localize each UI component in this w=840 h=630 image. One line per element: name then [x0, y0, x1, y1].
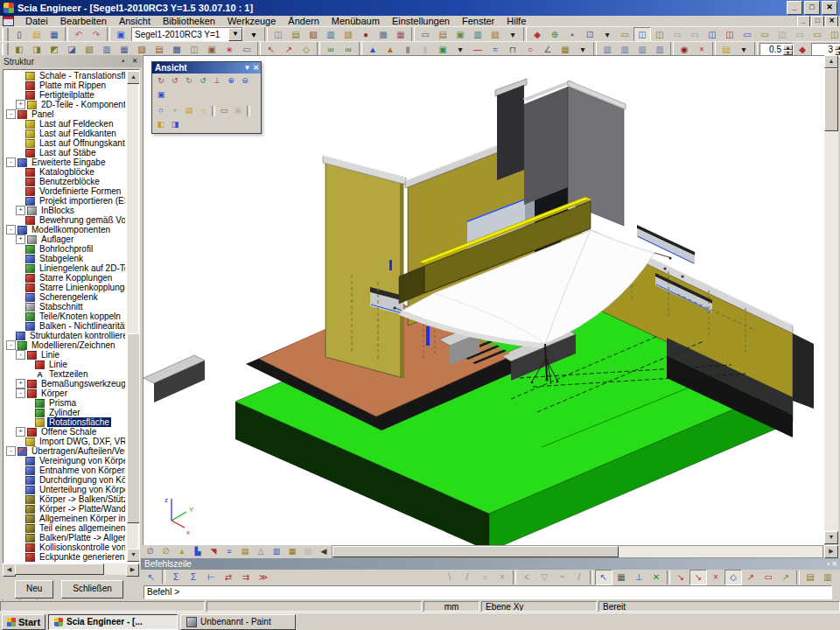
tree-item[interactable]: -Linie [4, 350, 125, 360]
tree-item[interactable]: Vordefinierte Formen [4, 186, 125, 196]
mdi-restore-button[interactable]: □ [811, 16, 824, 27]
tree-item[interactable]: +InBlocks [4, 206, 125, 215]
menu-einstellungen[interactable]: Einstellungen [386, 16, 456, 26]
track-2-icon[interactable]: ⇉ [237, 570, 255, 585]
snap-free-icon[interactable]: / [570, 570, 588, 585]
layout-8-icon[interactable]: ▭ [738, 27, 756, 43]
menu-ändern[interactable]: Ändern [282, 16, 325, 26]
tree-expander-icon[interactable]: - [6, 158, 16, 167]
project-manager-icon[interactable]: ▣ [112, 27, 130, 43]
window-view-2-icon[interactable]: ◨ [168, 118, 182, 132]
tree-item[interactable]: Linie [4, 360, 125, 369]
tree-item[interactable]: Platte mit Rippen [4, 80, 125, 90]
tree-expander-icon[interactable]: - [6, 446, 16, 456]
tree-item[interactable]: Teil eines allgemeinen Körp [4, 523, 125, 533]
tree-expander-icon[interactable]: - [16, 388, 25, 398]
layout-12-icon[interactable]: ▭ [808, 27, 826, 43]
zoom-all-icon[interactable]: ○ [154, 104, 168, 118]
tree-item[interactable]: Benutzerblöcke [4, 177, 125, 186]
tree-item[interactable]: Balken - Nichtlinearität [4, 321, 125, 331]
tree-item[interactable]: +2D-Teile - Komponenten [4, 100, 125, 109]
snap-line-icon[interactable]: \ [441, 570, 458, 585]
open-icon[interactable]: ▤ [28, 27, 46, 43]
taskbar-item-scia[interactable]: Scia Engineer - [... [48, 614, 178, 630]
tree-item[interactable]: Katalogblöcke [4, 167, 125, 177]
tree-item[interactable]: -Modellieren/Zeichnen [4, 340, 125, 350]
scroll-up-icon[interactable]: ▲ [127, 71, 140, 84]
mdi-minimize-button[interactable]: _ [797, 16, 810, 27]
toolbar-grip[interactable] [2, 43, 9, 56]
tree-item[interactable]: Last auf Feldkanten [4, 129, 125, 138]
tree-item[interactable]: Bewehrung gemäß Vorlage [4, 215, 125, 225]
esa-tool-3-icon[interactable]: ▧ [304, 27, 322, 43]
tree-item[interactable]: +Offene Schale [4, 427, 125, 437]
tree-item[interactable]: Körper -> Balken/Stütze [4, 494, 125, 504]
layout-4-icon[interactable]: ▭ [668, 27, 686, 43]
ansicht-toolbar[interactable]: Ansicht ▼ ✕ ↻↺↻↺⊥⊕⊖▣ ○●▤☼▭▣◧◨ [151, 61, 262, 134]
tree-item[interactable]: Starre Linienkopplungen [4, 283, 125, 292]
tree-item[interactable]: -Erweiterte Eingabe [4, 158, 125, 167]
tree-expander-icon[interactable]: + [16, 100, 25, 109]
scroll-right-icon[interactable]: ▶ [824, 545, 838, 558]
tree-item[interactable]: -Panel [4, 109, 125, 119]
esa-tool-4-icon[interactable]: ▥ [322, 27, 340, 43]
menu-datei[interactable]: Datei [19, 16, 54, 26]
tree-expander-icon[interactable]: + [16, 379, 25, 388]
scrollbar-thumb[interactable] [15, 564, 104, 575]
snap-curve-icon[interactable]: ~ [553, 570, 570, 585]
tree-item[interactable]: Zylinder [4, 408, 125, 417]
project-more-arrow[interactable]: ▾ [245, 27, 262, 43]
panel-close-icon[interactable]: ✕ [130, 57, 140, 66]
tree-item[interactable]: Liniengelenk auf 2D-Teil [4, 263, 125, 273]
cursor-mode-icon[interactable]: ↖ [595, 570, 612, 585]
layout-1-icon[interactable]: ▭ [616, 27, 634, 43]
snap-tri-icon[interactable]: ▽ [536, 570, 553, 585]
print-more-arrow[interactable]: ▾ [504, 27, 522, 43]
perspective-2-icon[interactable]: ∅ [158, 545, 174, 559]
track-3-icon[interactable]: ≫ [255, 570, 272, 585]
zoom-in-icon[interactable]: ⊕ [224, 74, 238, 88]
tree-item[interactable]: Strukturdaten kontrollieren [4, 331, 125, 340]
model-canvas[interactable]: z Y x Ansicht ▼ ✕ ↻↺↻↺⊥⊕⊖▣ ○●▤☼▭▣◧◨ [143, 55, 825, 546]
scroll-right-icon[interactable]: ▶ [126, 564, 139, 577]
esa-tool-8-icon[interactable]: ▦ [392, 27, 410, 43]
surface-icon[interactable]: ▙ [190, 545, 206, 559]
tree-item[interactable]: Scherengelenk [4, 292, 125, 302]
params-icon[interactable]: ≡ [221, 545, 237, 559]
preview-icon[interactable]: ▤ [434, 27, 452, 43]
calc-4-icon[interactable]: ⊡ [581, 27, 598, 43]
light-icon[interactable]: ☼ [196, 104, 210, 118]
layout-3-icon[interactable]: ◫ [651, 27, 668, 43]
track-1-icon[interactable]: ⇄ [220, 570, 237, 585]
render-mode-icon[interactable]: ▲ [174, 545, 190, 559]
rotate-up-icon[interactable]: ↻ [182, 74, 196, 88]
scale-down-icon[interactable]: ▼ [783, 50, 793, 55]
save-icon[interactable]: ▦ [46, 27, 63, 43]
layout-6-icon[interactable]: ◫ [704, 27, 721, 43]
zoom-window-icon[interactable]: ▣ [154, 88, 168, 102]
viewport-vertical-scrollbar[interactable]: ▲ ▼ [824, 55, 838, 544]
esa-tool-1-icon[interactable]: ◫ [270, 27, 287, 43]
calc-3-icon[interactable]: ▪ [564, 27, 581, 43]
tree-item[interactable]: Bohrlochprofil [4, 244, 125, 254]
tree-item[interactable]: +Auflager [4, 234, 125, 244]
scroll-left-icon[interactable]: ◀ [316, 545, 332, 559]
viewport-horizontal-scrollbar[interactable] [332, 545, 823, 558]
menu-hilfe[interactable]: Hilfe [500, 16, 532, 26]
rotate-free-icon[interactable]: ↺ [196, 74, 210, 88]
tree-item[interactable]: Last auf Öffnungskanten [4, 138, 125, 148]
tree-item[interactable]: Kollisionskontrolle von Körp [4, 542, 125, 552]
layer-2-icon[interactable]: ▥ [819, 570, 836, 585]
menu-bearbeiten[interactable]: Bearbeiten [54, 16, 113, 26]
layer-1-icon[interactable]: ▤ [802, 570, 819, 585]
shade-icon[interactable]: △ [253, 545, 269, 559]
scroll-down-icon[interactable]: ▼ [127, 549, 140, 562]
snap-angle-icon[interactable]: < [518, 570, 536, 585]
tree-item[interactable]: Körper -> Platte/Wand [4, 504, 125, 514]
zoom-selection-icon[interactable]: ● [168, 104, 182, 118]
close-panel-button[interactable]: Schließen [61, 580, 122, 598]
tree-item[interactable]: Fertigteilplatte [4, 90, 125, 100]
snap-circle-icon[interactable]: ○ [476, 570, 494, 585]
mdi-close-button[interactable]: ✕ [825, 16, 838, 27]
tree-item[interactable]: Projekt importieren (ESA-Da [4, 196, 125, 206]
